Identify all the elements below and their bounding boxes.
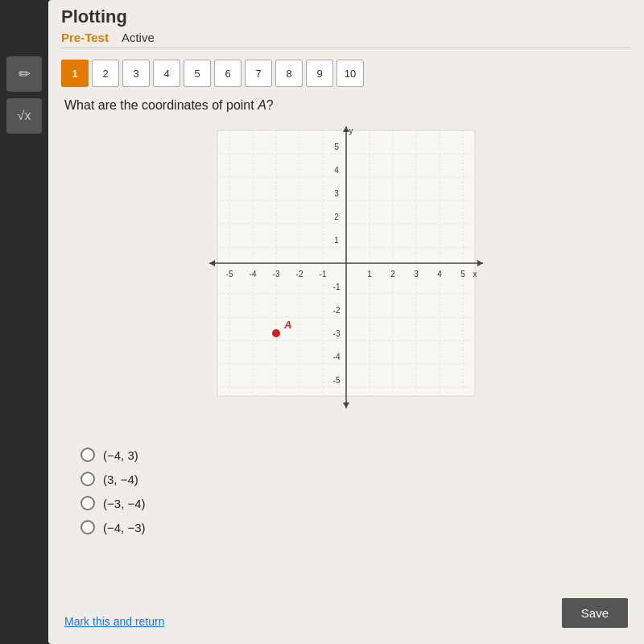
tab-1[interactable]: 1 (61, 60, 89, 87)
tab-3[interactable]: 3 (122, 60, 150, 87)
radio-d[interactable] (80, 520, 95, 535)
svg-text:5: 5 (334, 142, 339, 151)
svg-text:-4: -4 (333, 353, 341, 361)
page-title: Plotting (61, 6, 631, 27)
graph-container: -5 -4 -3 -2 -1 1 2 3 4 5 x 5 4 3 2 1 -1 (64, 122, 628, 428)
bottom-area: Mark this and return Save (64, 598, 628, 628)
svg-text:2: 2 (390, 270, 395, 279)
svg-text:1: 1 (367, 270, 372, 279)
tab-4[interactable]: 4 (153, 60, 180, 87)
svg-text:3: 3 (414, 270, 419, 279)
svg-text:2: 2 (334, 213, 339, 221)
svg-text:-3: -3 (333, 329, 341, 338)
coordinate-graph: -5 -4 -3 -2 -1 1 2 3 4 5 x 5 4 3 2 1 -1 (201, 122, 491, 428)
tab-10[interactable]: 10 (336, 60, 364, 87)
tab-5[interactable]: 5 (184, 60, 211, 87)
radio-a[interactable] (80, 448, 95, 462)
sqrt-tool-button[interactable]: √x (6, 98, 42, 134)
svg-text:-5: -5 (333, 376, 341, 385)
main-content: Plotting Pre-Test Active 1 2 3 4 5 6 7 8… (48, 0, 644, 644)
pre-test-label[interactable]: Pre-Test (61, 31, 109, 44)
svg-text:-3: -3 (273, 270, 280, 279)
choice-c-label: (−3, −4) (103, 497, 146, 510)
choice-d-label: (−4, −3) (103, 521, 146, 535)
tab-7[interactable]: 7 (245, 60, 272, 87)
active-label: Active (122, 31, 155, 44)
question-area: What are the coordinates of point A? (48, 92, 644, 428)
svg-marker-29 (343, 402, 349, 408)
tab-9[interactable]: 9 (306, 60, 333, 87)
svg-text:-1: -1 (320, 270, 327, 279)
svg-text:-1: -1 (333, 283, 341, 291)
tab-2[interactable]: 2 (92, 60, 119, 87)
point-a (272, 329, 280, 337)
mark-return-link[interactable]: Mark this and return (64, 615, 165, 628)
radio-b[interactable] (80, 472, 95, 486)
choice-a-label: (−4, 3) (103, 448, 138, 462)
choice-d[interactable]: (−4, −3) (80, 520, 612, 535)
svg-text:1: 1 (334, 236, 339, 245)
radio-c[interactable] (80, 496, 95, 510)
svg-marker-25 (477, 260, 483, 266)
pencil-icon: ✏ (19, 65, 31, 83)
svg-text:4: 4 (437, 270, 442, 279)
svg-text:3: 3 (334, 189, 339, 198)
point-a-label: A (283, 319, 291, 331)
svg-text:y: y (349, 126, 353, 135)
nav-bar: Pre-Test Active (61, 31, 631, 48)
answer-choices: (−4, 3) (3, −4) (−3, −4) (−4, −3) (48, 441, 644, 541)
svg-text:-5: -5 (226, 270, 233, 279)
svg-text:x: x (473, 270, 477, 279)
svg-text:-2: -2 (333, 306, 341, 315)
header: Plotting Pre-Test Active (48, 0, 644, 48)
tab-6[interactable]: 6 (214, 60, 242, 87)
save-button[interactable]: Save (562, 598, 628, 628)
svg-text:4: 4 (334, 166, 339, 175)
svg-text:-2: -2 (296, 270, 303, 279)
tab-8[interactable]: 8 (275, 60, 303, 87)
question-text: What are the coordinates of point A? (64, 98, 628, 113)
pencil-tool-button[interactable]: ✏ (6, 56, 42, 92)
choice-a[interactable]: (−4, 3) (80, 448, 612, 462)
svg-marker-26 (209, 260, 215, 266)
question-tabs: 1 2 3 4 5 6 7 8 9 10 (48, 55, 644, 92)
svg-text:-4: -4 (250, 270, 257, 279)
sidebar: ✏ √x (0, 0, 48, 644)
choice-b-label: (3, −4) (103, 473, 138, 486)
choice-c[interactable]: (−3, −4) (80, 496, 612, 510)
choice-b[interactable]: (3, −4) (80, 472, 612, 486)
sqrt-icon: √x (18, 109, 31, 123)
svg-text:5: 5 (460, 270, 465, 279)
